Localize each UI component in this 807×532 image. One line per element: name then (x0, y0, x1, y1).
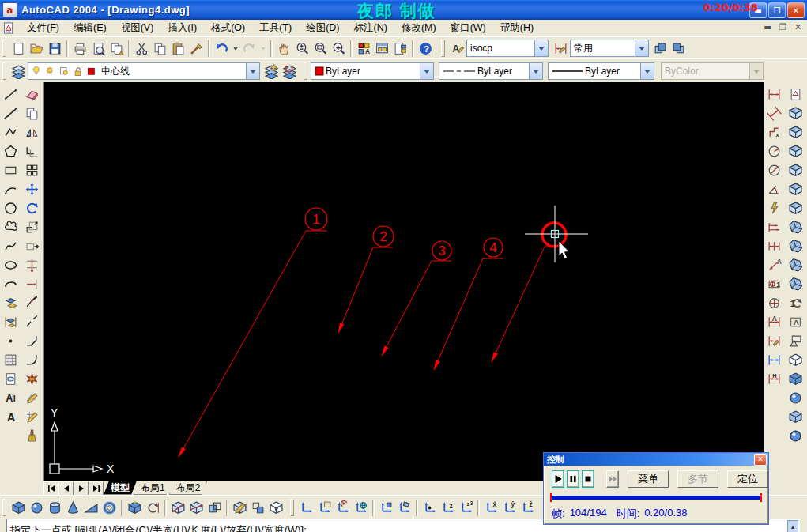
mirror-button[interactable] (23, 123, 41, 141)
break-button[interactable] (23, 312, 41, 331)
dim-style-button[interactable]: H (765, 369, 783, 388)
move-button[interactable] (23, 179, 41, 198)
tool-palettes-button[interactable] (391, 40, 409, 58)
array-button[interactable] (23, 160, 41, 179)
command-scroll-up-icon[interactable]: ▲ (787, 520, 798, 532)
bottom-view-button[interactable] (786, 123, 805, 141)
cylinder-button[interactable] (46, 499, 64, 517)
2d-wireframe-button[interactable]: A (786, 312, 805, 331)
world-ucs-button[interactable] (352, 499, 370, 517)
pan-realtime-button[interactable] (275, 40, 293, 58)
toolbar-grip[interactable] (441, 40, 445, 57)
rotate-button[interactable] (23, 198, 41, 217)
erase-button[interactable] (23, 85, 41, 104)
tolerance-button[interactable]: 1 (765, 274, 783, 293)
zoom-previous-button[interactable] (330, 40, 348, 58)
send-to-back-button[interactable] (669, 40, 688, 58)
tab-next-button[interactable] (74, 481, 89, 496)
ucs-button[interactable] (297, 499, 315, 517)
nw-isometric-button[interactable] (786, 274, 805, 293)
layer-previous-button[interactable] (281, 62, 299, 81)
linetype-combo[interactable]: ByLayer (439, 62, 543, 80)
line-button[interactable] (2, 85, 20, 104)
dim-radius-button[interactable] (765, 141, 783, 160)
toolbar-grip[interactable] (2, 40, 6, 57)
gouraud-shaded-edges-button[interactable] (786, 426, 805, 445)
section-button[interactable] (187, 499, 206, 517)
tab-model[interactable]: 模型 (104, 481, 137, 495)
drawing-canvas[interactable]: 1234 XY (43, 82, 764, 481)
tab-first-button[interactable] (43, 481, 58, 496)
dim-update-button[interactable] (765, 350, 783, 369)
insert-block-button[interactable] (2, 293, 20, 312)
stretch-button[interactable] (23, 236, 41, 255)
zoom-window-button[interactable] (311, 40, 330, 58)
named-views-button[interactable] (786, 85, 805, 104)
cone-button[interactable] (64, 499, 82, 517)
menu-edit[interactable]: 编辑(E) (66, 20, 114, 36)
toolbar-grip[interactable] (304, 62, 307, 80)
circle-button[interactable] (2, 198, 20, 217)
menu-format[interactable]: 格式(O) (204, 20, 252, 36)
hatch-button[interactable] (2, 350, 20, 369)
dim-style-manager-button[interactable] (552, 40, 570, 58)
layer-unlock-icon[interactable] (72, 66, 84, 77)
named-ucs-button[interactable] (315, 499, 334, 517)
ellipse-arc-button[interactable] (2, 274, 20, 293)
3d-wireframe-button[interactable] (786, 331, 805, 350)
rectangle-button[interactable] (2, 160, 20, 179)
control-panel-close-icon[interactable]: ✕ (754, 454, 767, 466)
multiline-text-button[interactable]: AI (2, 388, 20, 407)
top-view-button[interactable] (786, 104, 805, 123)
dim-aligned-button[interactable] (765, 104, 783, 123)
restore-button[interactable]: ❐ (768, 2, 786, 18)
dim-style-combo[interactable]: 常用 (570, 40, 649, 57)
dropdown-arrow-icon[interactable] (640, 63, 654, 79)
quick-leader-button[interactable]: A (765, 255, 783, 274)
sw-isometric-button[interactable] (786, 217, 805, 236)
properties-button[interactable]: A (355, 40, 373, 58)
flat-shaded-button[interactable] (786, 369, 805, 388)
control-panel-titlebar[interactable]: 控制 ✕ (544, 453, 768, 466)
dropdown-arrow-icon[interactable] (246, 63, 259, 79)
revolve-button[interactable] (144, 499, 162, 517)
menu-view[interactable]: 视图(V) (114, 20, 161, 36)
layer-properties-manager-button[interactable] (9, 62, 28, 81)
menu-button[interactable]: 菜单 (628, 470, 669, 488)
center-mark-button[interactable] (765, 293, 783, 312)
dim-baseline-button[interactable] (765, 217, 783, 236)
back-view-button[interactable] (786, 198, 805, 217)
save-button[interactable] (46, 40, 64, 58)
copy-object-button[interactable] (23, 104, 41, 123)
menu-window[interactable]: 窗口(W) (443, 20, 493, 36)
designcenter-button[interactable] (373, 40, 391, 58)
make-object-layer-current-button[interactable] (262, 62, 281, 81)
menu-modify[interactable]: 修改(M) (394, 20, 443, 36)
layer-freeze-sun-icon[interactable] (45, 66, 57, 77)
z-axis-vector-ucs-button[interactable]: z (439, 499, 457, 517)
toolbar-grip[interactable] (2, 62, 6, 80)
scale-button[interactable] (23, 217, 41, 236)
play-button[interactable] (552, 470, 564, 488)
menu-help[interactable]: 帮助(H) (493, 20, 541, 36)
text-style-combo[interactable]: isocp (466, 40, 549, 57)
gouraud-shaded-button[interactable] (786, 388, 805, 407)
open-button[interactable] (28, 40, 46, 58)
dropdown-arrow-icon[interactable] (529, 63, 542, 79)
origin-ucs-button[interactable] (420, 499, 439, 517)
layer-viewport-freeze-icon[interactable] (58, 66, 70, 77)
wedge-button[interactable] (82, 499, 100, 517)
polygon-button[interactable] (2, 141, 20, 160)
mdi-restore-button[interactable]: ❐ (777, 22, 789, 32)
hidden-button[interactable] (786, 350, 805, 369)
setup-view-button[interactable]: V (267, 499, 285, 517)
ellipse-button[interactable] (2, 255, 20, 274)
edit-hatch-button[interactable] (23, 407, 41, 426)
dropdown-arrow-icon[interactable] (534, 40, 548, 56)
layer-color-swatch-icon[interactable] (85, 66, 97, 77)
offset-button[interactable] (23, 141, 41, 160)
close-button[interactable]: ✕ (787, 2, 805, 18)
camera-button[interactable]: 1 (786, 293, 805, 312)
torus-button[interactable] (100, 499, 119, 517)
toolbar-grip[interactable] (290, 499, 294, 516)
